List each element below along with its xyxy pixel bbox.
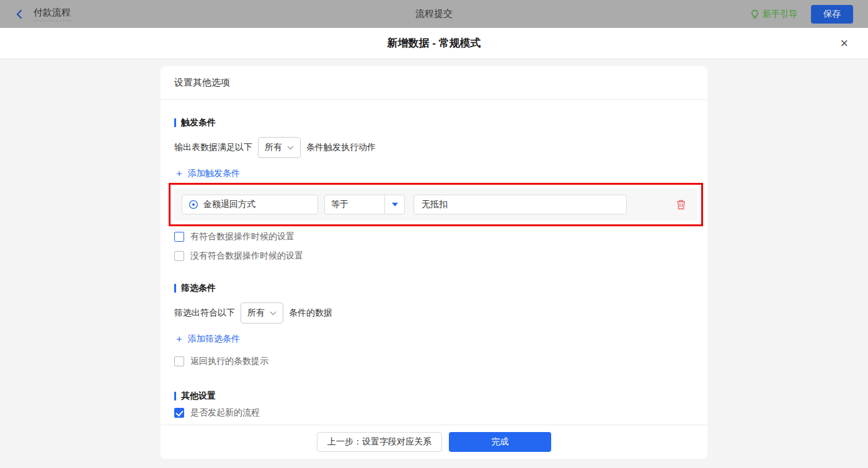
add-filter-condition-link[interactable]: ＋ 添加筛选条件	[174, 333, 240, 345]
card-content: 触发条件 输出表数据满足以下 所有 条件触发执行动作 ＋ 添加触发条件	[161, 100, 707, 425]
section-marker	[174, 118, 176, 127]
filter-sentence-prefix: 筛选出符合以下	[174, 307, 235, 319]
checkbox-new-flow-label: 是否发起新的流程	[190, 407, 260, 418]
topbar-right-group: 新手引导 保存	[750, 5, 853, 24]
flow-name[interactable]: 付款流程	[33, 7, 71, 21]
caret-down-icon	[392, 203, 398, 206]
trigger-match-select[interactable]: 所有	[258, 137, 301, 158]
section-marker	[174, 284, 176, 293]
checkbox-has-match[interactable]	[174, 232, 184, 242]
condition-row: 金额退回方式 等于 无抵扣	[174, 188, 698, 221]
chevron-down-icon	[270, 311, 277, 316]
trigger-section-title: 触发条件	[174, 117, 694, 128]
checkbox-row-new-flow[interactable]: 是否发起新的流程	[174, 407, 694, 418]
other-section-label: 其他设置	[181, 391, 216, 402]
trigger-match-value: 所有	[265, 142, 282, 153]
modal-body: 设置其他选项 触发条件 输出表数据满足以下 所有 条件触发执行动作 ＋ 添	[0, 59, 868, 468]
checkbox-has-match-label: 有符合数据操作时候的设置	[190, 231, 294, 242]
plus-icon: ＋	[174, 169, 184, 179]
operator-caret-button[interactable]	[385, 195, 404, 214]
topbar-left-group: 付款流程	[15, 7, 71, 21]
filter-section-label: 筛选条件	[181, 283, 216, 294]
trash-icon	[676, 199, 686, 210]
done-button[interactable]: 完成	[449, 432, 551, 452]
checkbox-row-no-match[interactable]: 没有符合数据操作时候的设置	[174, 250, 694, 262]
plus-icon: ＋	[174, 334, 184, 344]
checkbox-return-count-label: 返回执行的条数提示	[190, 356, 268, 367]
back-icon[interactable]	[15, 9, 24, 19]
filter-sentence-suffix: 条件的数据	[289, 307, 332, 319]
previous-step-button[interactable]: 上一步：设置字段对应关系	[317, 432, 442, 452]
add-trigger-condition-label: 添加触发条件	[188, 168, 240, 179]
beginner-guide-link[interactable]: 新手引导	[750, 9, 797, 20]
beginner-guide-label: 新手引导	[763, 9, 797, 20]
delete-condition-button[interactable]	[676, 199, 686, 210]
filter-match-select[interactable]: 所有	[241, 302, 283, 324]
modal-title: 新增数据 - 常规模式	[387, 36, 480, 50]
card-footer: 上一步：设置字段对应关系 完成	[161, 425, 707, 459]
save-button[interactable]: 保存	[811, 5, 853, 24]
add-trigger-condition-link[interactable]: ＋ 添加触发条件	[174, 168, 240, 179]
checkbox-row-return-count[interactable]: 返回执行的条数提示	[174, 356, 694, 367]
checkbox-no-match[interactable]	[174, 251, 184, 261]
trigger-sentence-prefix: 输出表数据满足以下	[174, 142, 252, 153]
chevron-down-icon	[287, 146, 294, 150]
modal-titlebar: 新增数据 - 常规模式 ×	[0, 28, 868, 59]
condition-operator-select[interactable]: 等于	[324, 195, 405, 214]
checkbox-return-count[interactable]	[174, 356, 184, 366]
condition-field-select[interactable]: 金额退回方式	[182, 195, 318, 214]
page-title: 流程提交	[415, 8, 453, 20]
checkbox-no-match-label: 没有符合数据操作时候的设置	[190, 250, 303, 262]
lightbulb-icon	[750, 9, 760, 19]
filter-sentence: 筛选出符合以下 所有 条件的数据	[174, 302, 694, 324]
filter-section-title: 筛选条件	[174, 283, 694, 294]
condition-field-value: 金额退回方式	[203, 199, 255, 210]
top-bar: 付款流程 流程提交 新手引导 保存	[0, 0, 868, 28]
close-icon[interactable]: ×	[840, 37, 848, 50]
checkbox-row-has-match[interactable]: 有符合数据操作时候的设置	[174, 231, 694, 242]
condition-operator-value: 等于	[325, 199, 384, 210]
radio-field-icon	[188, 200, 198, 210]
trigger-sentence: 输出表数据满足以下 所有 条件触发执行动作	[174, 137, 694, 158]
trigger-section-label: 触发条件	[181, 117, 216, 128]
other-section-title: 其他设置	[174, 391, 694, 402]
section-marker	[174, 392, 176, 400]
card-header: 设置其他选项	[161, 66, 707, 100]
condition-value-input[interactable]: 无抵扣	[414, 195, 627, 214]
trigger-sentence-suffix: 条件触发执行动作	[306, 142, 376, 153]
settings-card: 设置其他选项 触发条件 输出表数据满足以下 所有 条件触发执行动作 ＋ 添	[161, 66, 707, 459]
checkbox-new-flow[interactable]	[174, 408, 184, 418]
filter-match-value: 所有	[247, 307, 265, 319]
condition-highlight-box: 金额退回方式 等于 无抵扣	[169, 183, 703, 226]
add-filter-condition-label: 添加筛选条件	[188, 333, 240, 345]
